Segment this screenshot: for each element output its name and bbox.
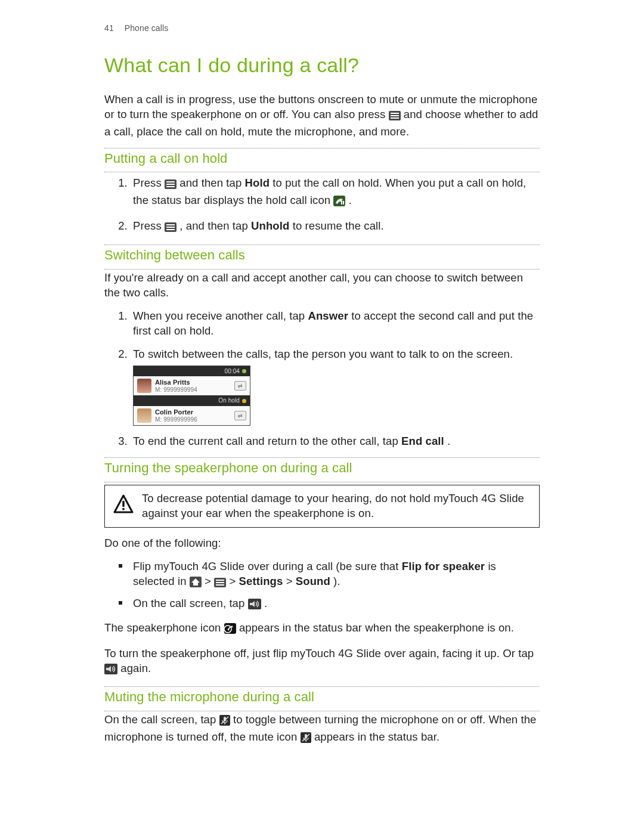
hold-dot-icon — [242, 399, 246, 403]
active-dot-icon — [242, 369, 246, 373]
speaker-icon — [104, 664, 117, 679]
speaker-icon — [248, 599, 261, 614]
unhold-keyword: Unhold — [251, 219, 289, 232]
section-divider — [104, 269, 540, 270]
hold-step-1: Press and then tap Hold to put the call … — [131, 176, 540, 210]
menu-icon — [214, 577, 226, 592]
section-divider — [104, 148, 540, 148]
caller-number: M: 9999999996 — [155, 416, 231, 423]
section-title-switch: Switching between calls — [104, 246, 540, 264]
menu-icon — [165, 178, 177, 193]
call-row-2: Colin Porter M: 9999999996 ⇄ — [134, 406, 250, 425]
mute-icon — [219, 715, 230, 730]
section-divider — [104, 711, 540, 711]
section-title-hold: Putting a call on hold — [104, 150, 540, 168]
answer-keyword: Answer — [308, 309, 348, 322]
call-mock-status-active: 00:04 — [134, 366, 250, 377]
mute-icon — [301, 732, 311, 747]
speaker-active-icon — [224, 623, 236, 638]
call-mock-status-hold: On hold — [134, 395, 250, 406]
section-divider — [104, 172, 540, 172]
page-title: What can I do during a call? — [104, 52, 540, 79]
hold-steps: Press and then tap Hold to put the call … — [104, 176, 540, 236]
call-timer: 00:04 — [224, 367, 240, 376]
section-divider — [104, 457, 540, 458]
endcall-keyword: End call — [401, 435, 444, 447]
menu-icon — [389, 110, 401, 125]
switch-intro: If you're already on a call and accept a… — [104, 271, 540, 301]
caution-icon — [113, 494, 134, 518]
switch-step-1: When you receive another call, tap Answe… — [131, 309, 540, 339]
switch-step-2: To switch between the calls, tap the per… — [131, 347, 540, 426]
intro-paragraph: When a call is in progress, use the butt… — [104, 92, 540, 140]
running-header: 41 Phone calls — [104, 23, 540, 34]
avatar — [137, 379, 151, 393]
caller-number: M: 9999999994 — [155, 386, 231, 394]
speaker-lead: Do one of the following: — [104, 536, 540, 551]
manual-page: 41 Phone calls What can I do during a ca… — [0, 0, 644, 833]
onhold-label: On hold — [218, 397, 240, 405]
flip-keyword: Flip for speaker — [402, 560, 485, 572]
speaker-after-2: To turn the speakerphone off, just flip … — [104, 646, 540, 679]
hold-call-icon — [333, 196, 345, 210]
sound-keyword: Sound — [296, 575, 330, 587]
speaker-bullet-1: Flip myTouch 4G Slide over during a call… — [131, 559, 540, 592]
swap-icon: ⇄ — [234, 381, 246, 391]
settings-keyword: Settings — [239, 575, 283, 587]
caution-text: To decrease potential damage to your hea… — [142, 491, 532, 521]
section-divider — [104, 482, 540, 482]
swap-icon: ⇄ — [234, 411, 246, 420]
caution-box: To decrease potential damage to your hea… — [104, 485, 540, 528]
avatar — [137, 408, 151, 423]
chapter-name: Phone calls — [125, 23, 168, 33]
call-row-1: Alisa Pritts M: 9999999994 ⇄ — [134, 376, 250, 395]
section-title-speaker: Turning the speakerphone on during a cal… — [104, 459, 540, 477]
speaker-bullet-2: On the call screen, tap . — [131, 596, 540, 614]
call-switch-mock: 00:04 Alisa Pritts M: 9999999994 ⇄ On ho… — [133, 366, 250, 426]
section-divider — [104, 244, 540, 245]
caller-name: Colin Porter — [155, 408, 231, 416]
mute-paragraph: On the call screen, tap to toggle betwee… — [104, 713, 540, 747]
switch-steps: When you receive another call, tap Answe… — [104, 309, 540, 449]
hold-keyword: Hold — [245, 176, 270, 189]
page-number: 41 — [104, 23, 114, 33]
caller-name: Alisa Pritts — [155, 379, 231, 386]
home-icon — [190, 577, 202, 592]
section-title-mute: Muting the microphone during a call — [104, 688, 540, 706]
menu-icon — [165, 221, 177, 236]
switch-step-3: To end the current call and return to th… — [131, 434, 540, 449]
hold-step-2: Press , and then tap Unhold to resume th… — [131, 219, 540, 236]
speaker-after-1: The speakerphone icon appears in the sta… — [104, 621, 540, 638]
speaker-bullets: Flip myTouch 4G Slide over during a call… — [104, 559, 540, 614]
section-divider — [104, 686, 540, 687]
